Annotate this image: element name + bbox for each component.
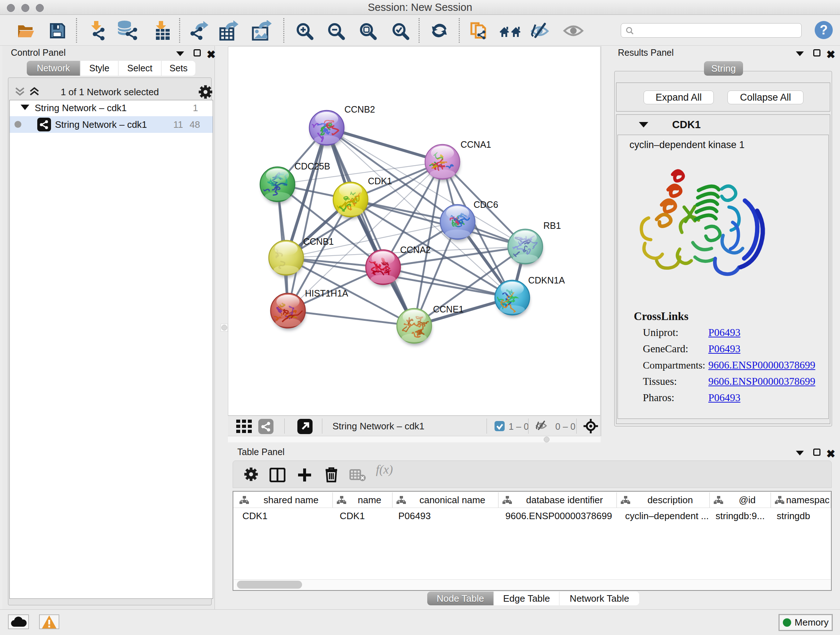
svg-text:CDK1: CDK1 bbox=[368, 176, 392, 186]
svg-text:CCNB1: CCNB1 bbox=[303, 236, 334, 247]
svg-text:CDKN1A: CDKN1A bbox=[528, 275, 565, 285]
svg-text:CCNA2: CCNA2 bbox=[400, 245, 431, 255]
svg-text:CCNB2: CCNB2 bbox=[344, 104, 375, 114]
svg-text:CCNA1: CCNA1 bbox=[461, 139, 491, 149]
svg-text:HIST1H1A: HIST1H1A bbox=[305, 288, 348, 298]
svg-text:RB1: RB1 bbox=[543, 220, 561, 231]
svg-text:CDC25B: CDC25B bbox=[294, 161, 330, 171]
svg-text:CCNE1: CCNE1 bbox=[433, 304, 464, 314]
svg-text:CDC6: CDC6 bbox=[474, 200, 498, 210]
